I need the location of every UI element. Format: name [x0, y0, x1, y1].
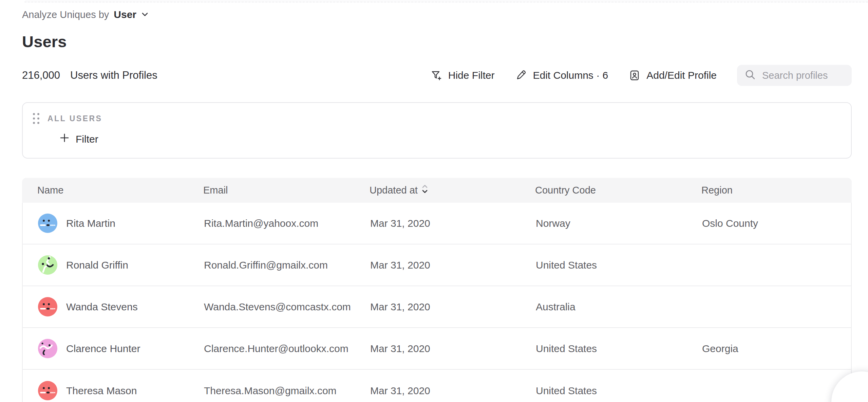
page-title: Users	[22, 32, 852, 51]
hide-filter-button[interactable]: Hide Filter	[430, 69, 495, 81]
users-page: Analyze Uniques by User Users 216,000 Us…	[0, 0, 868, 402]
user-email: Rita.Martin@yahoox.com	[204, 218, 318, 229]
column-header-country-code[interactable]: Country Code	[535, 185, 701, 196]
avatar	[38, 339, 57, 358]
breadcrumb: Analyze Uniques by User	[22, 8, 852, 21]
search-profiles-input[interactable]	[762, 70, 844, 81]
add-edit-profile-label: Add/Edit Profile	[646, 70, 717, 81]
avatar	[38, 255, 57, 275]
pencil-icon	[515, 69, 527, 81]
column-header-email[interactable]: Email	[203, 185, 370, 196]
table-row[interactable]: Rita Martin Rita.Martin@yahoox.com Mar 3…	[23, 203, 851, 244]
user-region: Georgia	[702, 343, 738, 354]
user-name: Ronald Griffin	[66, 259, 128, 271]
user-country-code: United States	[536, 385, 597, 396]
profile-card-icon	[628, 69, 641, 81]
avatar	[38, 381, 57, 400]
user-updated-at: Mar 31, 2020	[370, 385, 430, 396]
user-name: Wanda Stevens	[66, 301, 138, 313]
plus-icon	[59, 133, 70, 145]
search-icon	[744, 69, 756, 82]
add-edit-profile-button[interactable]: Add/Edit Profile	[628, 69, 717, 81]
user-updated-at: Mar 31, 2020	[370, 218, 430, 229]
user-count-label: Users with Profiles	[70, 69, 157, 81]
user-email: Theresa.Mason@gmailx.com	[204, 385, 337, 396]
analyze-uniques-label: Analyze Uniques by	[22, 9, 109, 20]
chevron-down-icon	[140, 10, 149, 20]
user-country-code: Norway	[536, 218, 570, 229]
toolbar: Hide Filter Edit Columns · 6	[430, 65, 852, 86]
user-updated-at: Mar 31, 2020	[370, 259, 430, 271]
user-country-code: Australia	[536, 301, 575, 312]
add-filter-label: Filter	[76, 133, 98, 145]
filter-card: ALL USERS Filter	[22, 102, 852, 159]
user-name: Rita Martin	[66, 218, 115, 229]
user-updated-at: Mar 31, 2020	[370, 343, 430, 354]
avatar	[38, 214, 57, 233]
avatar	[38, 297, 57, 316]
user-name: Clarence Hunter	[66, 343, 140, 354]
user-country-code: United States	[536, 343, 597, 354]
edit-columns-label: Edit Columns · 6	[533, 70, 608, 81]
hide-filter-label: Hide Filter	[448, 70, 495, 81]
user-email: Ronald.Griffin@gmailx.com	[204, 259, 328, 271]
table-header-row: Name Email Updated at Country Code Regio…	[22, 178, 852, 203]
table-body: Rita Martin Rita.Martin@yahoox.com Mar 3…	[23, 203, 851, 402]
analyze-uniques-value: User	[114, 9, 136, 20]
funnel-plus-icon	[430, 69, 442, 81]
user-count: 216,000	[22, 69, 60, 81]
user-count-group: 216,000 Users with Profiles	[22, 69, 157, 81]
table-row[interactable]: Theresa Mason Theresa.Mason@gmailx.com M…	[23, 370, 851, 402]
user-region: Oslo County	[702, 218, 758, 229]
user-updated-at: Mar 31, 2020	[370, 301, 430, 312]
column-header-updated-at[interactable]: Updated at	[370, 183, 535, 197]
filter-group-label: ALL USERS	[48, 114, 102, 123]
sort-icon[interactable]	[421, 183, 429, 197]
users-table: Name Email Updated at Country Code Regio…	[22, 178, 852, 402]
user-email: Clarence.Hunter@outlookx.com	[204, 343, 348, 354]
drag-handle-icon[interactable]	[33, 113, 39, 124]
column-header-region[interactable]: Region	[701, 185, 852, 196]
user-country-code: United States	[536, 259, 597, 271]
table-row[interactable]: Wanda Stevens Wanda.Stevens@comcastx.com…	[23, 286, 851, 328]
user-name: Theresa Mason	[66, 385, 137, 397]
edit-columns-button[interactable]: Edit Columns · 6	[515, 69, 608, 81]
user-email: Wanda.Stevens@comcastx.com	[204, 301, 351, 312]
search-profiles-box[interactable]	[737, 65, 852, 86]
analyze-uniques-selector[interactable]: User	[114, 9, 149, 20]
table-row[interactable]: Clarence Hunter Clarence.Hunter@outlookx…	[23, 328, 851, 370]
add-filter-button[interactable]: Filter	[59, 133, 98, 145]
summary-row: 216,000 Users with Profiles Hide Filter	[22, 65, 852, 86]
column-header-name[interactable]: Name	[37, 185, 203, 196]
table-row[interactable]: Ronald Griffin Ronald.Griffin@gmailx.com…	[23, 244, 851, 286]
